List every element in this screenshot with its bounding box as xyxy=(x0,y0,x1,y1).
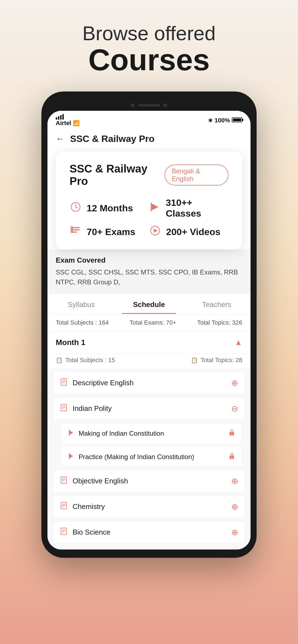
bluetooth-icon: ∗ xyxy=(208,117,213,124)
bio-science-label: Bio Science xyxy=(73,528,110,537)
stat-videos-value: 200+ Videos xyxy=(166,227,220,237)
month-toggle-icon[interactable]: ▲ xyxy=(235,338,242,347)
status-right: ∗ 100% xyxy=(208,117,242,124)
sub-item-making-constitution[interactable]: Making of Indian Constitution xyxy=(61,423,242,444)
svg-point-26 xyxy=(231,457,232,458)
svg-rect-11 xyxy=(61,379,66,385)
phone-mockup: Airtel 📶 ∗ 100% ← SSC & Railway Pro xyxy=(41,91,257,558)
exam-covered-section: Exam Covered SSC CGL, SSC CHSL, SSC MTS,… xyxy=(47,249,251,294)
list-item-bio-science[interactable]: Bio Science ⊕ xyxy=(53,521,245,543)
making-constitution-label: Making of Indian Constitution xyxy=(79,430,164,437)
clock-icon xyxy=(70,202,82,215)
stat-classes-value: 310++ Classes xyxy=(166,197,228,219)
list-item-chemistry[interactable]: Chemistry ⊕ xyxy=(53,495,245,518)
total-subjects-stat: Total Subjects : 164 xyxy=(56,319,109,326)
page-header: Browse offered Courses xyxy=(83,0,216,91)
status-left: Airtel 📶 xyxy=(56,114,80,127)
play-icon-1 xyxy=(68,430,74,437)
svg-marker-1 xyxy=(151,203,158,211)
stat-duration-value: 12 Months xyxy=(87,203,133,214)
app-header: ← SSC & Railway Pro xyxy=(47,129,251,149)
expand-bio-science[interactable]: ⊕ xyxy=(231,527,238,537)
battery-percent: 100% xyxy=(215,117,230,124)
month-total-subjects: 📋 Total Subjects : 15 xyxy=(56,357,115,364)
chemistry-label: Chemistry xyxy=(73,502,105,511)
stat-duration: 12 Months xyxy=(70,197,149,219)
total-topics-stat: Total Topics: 326 xyxy=(197,319,242,326)
play-flag-icon xyxy=(149,202,161,215)
phone-camera-area xyxy=(47,100,251,111)
language-badge: Bengali & English xyxy=(164,165,228,185)
topics-icon: 📋 xyxy=(191,357,198,363)
signal-bars-icon xyxy=(56,114,80,120)
svg-rect-31 xyxy=(61,502,66,509)
month-header: Month 1 ▲ xyxy=(47,332,251,354)
sub-item-practice-making[interactable]: Practice (Making of Indian Constitution) xyxy=(61,446,242,467)
lock-icon-2 xyxy=(228,452,235,461)
expand-chemistry[interactable]: ⊕ xyxy=(231,502,238,511)
battery-icon xyxy=(232,117,242,122)
collapse-indian-polity[interactable]: ⊖ xyxy=(231,404,238,413)
document-icon-2 xyxy=(60,404,68,413)
stat-videos: 200+ Videos xyxy=(149,225,228,238)
svg-marker-19 xyxy=(69,430,73,435)
carrier-label: Airtel xyxy=(56,120,71,126)
document-icon-3 xyxy=(60,476,68,486)
expand-objective-english[interactable]: ⊕ xyxy=(231,476,238,486)
indian-polity-label: Indian Polity xyxy=(73,404,112,413)
tab-syllabus[interactable]: Syllabus xyxy=(47,294,115,314)
wifi-icon: 📶 xyxy=(73,120,80,126)
svg-rect-35 xyxy=(61,528,66,535)
month-title: Month 1 xyxy=(56,338,85,347)
svg-marker-10 xyxy=(154,229,158,233)
course-card: SSC & Railway Pro Bengali & English 12 M… xyxy=(56,152,242,249)
exam-covered-text: SSC CGL, SSC CHSL, SSC MTS, SSC CPO, IB … xyxy=(56,267,242,287)
month-total-topics: 📋 Total Topics: 28 xyxy=(191,357,242,364)
headline-courses: Courses xyxy=(83,45,216,75)
video-icon xyxy=(149,225,161,238)
tab-teachers[interactable]: Teachers xyxy=(183,294,251,314)
descriptive-english-label: Descriptive English xyxy=(73,379,134,387)
schedule-stats-row: Total Subjects : 164 Total Exams: 70+ To… xyxy=(47,314,251,332)
document-icon-1 xyxy=(60,378,68,388)
practice-making-label: Practice (Making of Indian Constitution) xyxy=(79,453,194,461)
camera-dot-2 xyxy=(163,103,167,107)
play-icon-2 xyxy=(68,453,74,461)
battery-fill xyxy=(233,118,241,121)
svg-rect-27 xyxy=(61,477,66,483)
stat-classes: 310++ Classes xyxy=(149,197,228,219)
total-exams-stat: Total Exams: 70+ xyxy=(130,319,176,326)
list-item-descriptive-english[interactable]: Descriptive English ⊕ xyxy=(53,372,245,394)
expand-descriptive-english[interactable]: ⊕ xyxy=(231,378,238,388)
month-sub-stats: 📋 Total Subjects : 15 📋 Total Topics: 28 xyxy=(47,354,251,369)
headline-browse: Browse offered xyxy=(83,22,216,45)
svg-point-22 xyxy=(231,433,232,434)
objective-english-label: Objective English xyxy=(73,477,128,485)
list-item-objective-english[interactable]: Objective English ⊕ xyxy=(53,470,245,492)
subjects-icon: 📋 xyxy=(56,357,63,363)
exam-covered-title: Exam Covered xyxy=(56,256,242,265)
status-bar: Airtel 📶 ∗ 100% xyxy=(47,111,251,129)
speaker-bar xyxy=(138,104,160,106)
document-icon-4 xyxy=(60,502,68,511)
course-stats: 12 Months 310++ Classes xyxy=(70,197,228,238)
camera-dot xyxy=(131,103,135,107)
course-card-header: SSC & Railway Pro Bengali & English xyxy=(70,163,228,187)
svg-rect-15 xyxy=(61,404,66,411)
list-icon xyxy=(70,225,82,238)
lock-icon-1 xyxy=(228,429,235,438)
tabs-row: Syllabus Schedule Teachers xyxy=(47,294,251,314)
back-button[interactable]: ← xyxy=(56,134,65,144)
stat-exams-value: 70+ Exams xyxy=(87,227,135,237)
course-list: Descriptive English ⊕ Indian Polit xyxy=(47,369,251,549)
course-name: SSC & Railway Pro xyxy=(70,163,164,187)
document-icon-5 xyxy=(60,527,68,537)
tab-schedule[interactable]: Schedule xyxy=(115,294,183,314)
phone-screen: Airtel 📶 ∗ 100% ← SSC & Railway Pro xyxy=(47,111,251,549)
stat-exams: 70+ Exams xyxy=(70,225,149,238)
battery-body xyxy=(232,117,242,122)
svg-marker-23 xyxy=(69,454,73,458)
list-item-indian-polity[interactable]: Indian Polity ⊖ xyxy=(53,397,245,420)
app-bar-title: SSC & Railway Pro xyxy=(70,133,155,144)
